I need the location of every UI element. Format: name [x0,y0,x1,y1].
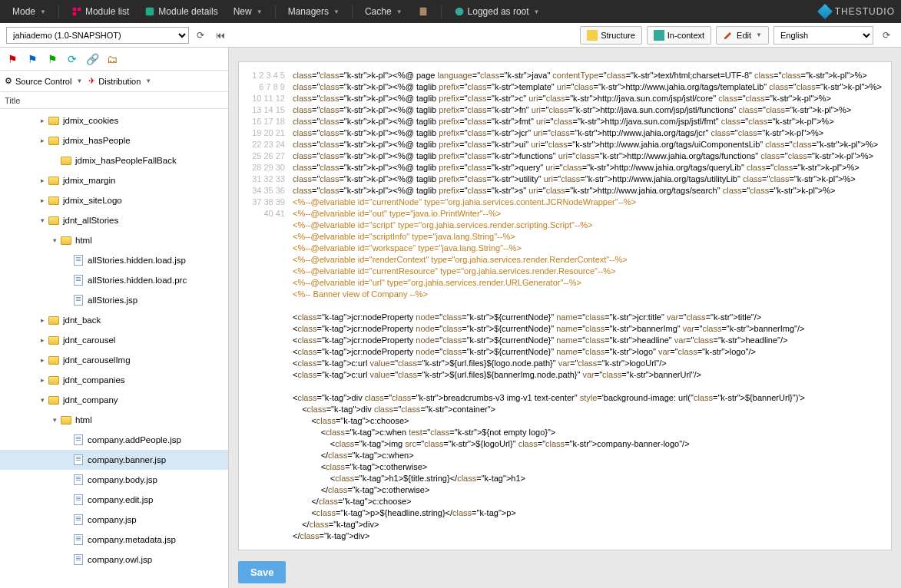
tree-tool-4[interactable]: ⟳ [65,51,80,67]
clipboard-button[interactable] [412,0,435,23]
save-button[interactable]: Save [238,561,286,583]
distribution-menu[interactable]: ✈Distribution▼ [88,76,151,86]
folder-icon [48,354,60,366]
source-control-menu[interactable]: ⚙Source Control▼ [5,76,82,86]
tree-item-label: jdnt_companies [63,375,125,385]
tree-toggle-icon[interactable]: ▸ [37,336,48,344]
tree-toggle-icon[interactable]: ▾ [37,396,48,404]
sidebar-toolbar-1: ⚑ ⚑ ⚑ ⟳ 🔗 🗂 [0,48,228,71]
tree-toggle-icon[interactable]: ▸ [37,137,48,144]
menu-mode[interactable]: Mode▼ [6,0,52,23]
tree-file[interactable]: company.banner.jsp [0,450,228,470]
tree-toggle-icon[interactable]: ▸ [37,376,48,384]
svg-rect-2 [73,12,76,15]
source-control-icon: ⚙ [5,76,12,86]
tree-tool-3[interactable]: ⚑ [45,51,60,67]
tree-file[interactable]: company.addPeople.jsp [0,430,228,450]
tree-tool-5[interactable]: 🔗 [84,51,100,67]
tree-toggle-icon[interactable]: ▸ [37,177,48,184]
tree-folder[interactable]: ▸jdmix_siteLogo [0,190,228,210]
code-editor[interactable]: class="class="k-str">k-pl"><%@ page lang… [293,70,882,542]
tree-folder[interactable]: ▸jdnt_companies [0,370,228,390]
tree-folder[interactable]: ▸jdnt_carousel [0,330,228,350]
module-select[interactable]: jahiademo (1.0-SNAPSHOT) [6,27,189,44]
tree-folder[interactable]: ▸jdnt_carouselImg [0,350,228,370]
tree-item-label: company.body.jsp [88,475,157,484]
tree-file[interactable]: company.owl.jsp [0,550,228,570]
tree-toggle-icon[interactable]: ▾ [49,416,60,424]
tree-item-label: jdmix_hasPeopleFallBack [75,156,177,165]
line-gutter: 1 2 3 4 5 6 7 8 9 10 11 12 13 14 15 16 1… [248,70,293,542]
tree-file[interactable]: allStories.hidden.load.prc [0,270,228,290]
tree-item-label: jdmix_siteLogo [63,196,122,205]
tree-folder[interactable]: ▸jdmix_margin [0,170,228,190]
tree-item-label: company.jsp [88,515,137,524]
refresh-page-button[interactable]: ⟳ [878,27,895,44]
tree-toggle-icon[interactable]: ▸ [37,356,48,364]
tree-file[interactable]: company.metadata.jsp [0,530,228,550]
tree-item-label: jdnt_allStories [63,216,118,225]
tree-folder[interactable]: ▸jdmix_cookies [0,111,228,130]
code-panel: 1 2 3 4 5 6 7 8 9 10 11 12 13 14 15 16 1… [238,61,892,550]
tree-item-label: company.banner.jsp [88,455,166,464]
folder-icon [60,154,72,167]
edit-button[interactable]: Edit▼ [716,26,769,45]
menu-new[interactable]: New▼ [227,0,269,23]
file-icon [72,514,84,526]
tree-header: Title [0,92,228,109]
tree-item-label: company.addPeople.jsp [88,435,181,444]
tree-folder[interactable]: jdmix_hasPeopleFallBack [0,150,228,170]
tree-file[interactable]: company.body.jsp [0,470,228,490]
structure-icon [587,30,598,41]
folder-icon [48,334,60,346]
tree-item-label: jdnt_carousel [63,335,115,345]
menu-managers[interactable]: Managers▼ [282,0,346,23]
clipboard-icon [418,6,429,17]
tree-folder[interactable]: ▾html [0,410,228,430]
tree-file[interactable]: allStories.hidden.load.jsp [0,250,228,270]
tree-item-label: jdnt_carouselImg [63,355,131,365]
tree-folder[interactable]: ▾html [0,230,228,250]
file-tree[interactable]: ▸jdmix_cookies▸jdmix_hasPeoplejdmix_hasP… [0,109,228,588]
file-icon [72,454,84,466]
tree-folder[interactable]: ▸jdnt_back [0,310,228,330]
logo-diamond-icon [817,4,833,19]
tree-item-label: allStories.hidden.load.jsp [88,256,186,265]
distribution-icon: ✈ [88,76,95,86]
top-menubar: Mode▼ Module list Module details New▼ Ma… [0,0,901,23]
tree-file[interactable]: allStories.jsp [0,290,228,310]
tree-toggle-icon[interactable]: ▸ [37,117,48,124]
sub-toolbar: jahiademo (1.0-SNAPSHOT) ⟳ ⏮ Structure I… [0,23,901,48]
refresh-icon: ⟳ [883,30,890,41]
module-list-icon [71,6,82,17]
file-icon [72,274,84,286]
folder-icon [48,174,60,187]
svg-rect-4 [419,8,426,16]
tree-folder[interactable]: ▾jdnt_allStories [0,210,228,230]
tree-tool-2[interactable]: ⚑ [25,51,40,67]
collapse-sidebar-button[interactable]: ⏮ [212,27,229,44]
language-select[interactable]: English [773,26,873,45]
menu-module-details[interactable]: Module details [138,0,224,23]
tree-tool-1[interactable]: ⚑ [5,51,20,67]
refresh-module-button[interactable]: ⟳ [192,27,209,44]
svg-point-5 [455,8,463,16]
folder-icon [48,134,60,147]
tree-tool-6[interactable]: 🗂 [104,51,120,67]
tree-file[interactable]: company.edit.jsp [0,490,228,510]
tree-toggle-icon[interactable]: ▾ [37,216,48,224]
menu-logged-as[interactable]: Logged as root▼ [448,0,546,23]
folder-icon [48,394,60,406]
tree-toggle-icon[interactable]: ▸ [37,316,48,324]
tree-folder[interactable]: ▸jdmix_hasPeople [0,130,228,150]
in-context-button[interactable]: In-context [647,26,711,45]
tree-folder[interactable]: ▾jdnt_company [0,390,228,410]
tree-file[interactable]: company.jsp [0,510,228,530]
structure-button[interactable]: Structure [580,26,642,45]
tree-item-label: html [75,236,92,245]
folder-icon [60,234,72,246]
menu-module-list[interactable]: Module list [65,0,135,23]
tree-toggle-icon[interactable]: ▾ [49,236,60,244]
tree-toggle-icon[interactable]: ▸ [37,197,48,204]
menu-cache[interactable]: Cache▼ [359,0,409,23]
